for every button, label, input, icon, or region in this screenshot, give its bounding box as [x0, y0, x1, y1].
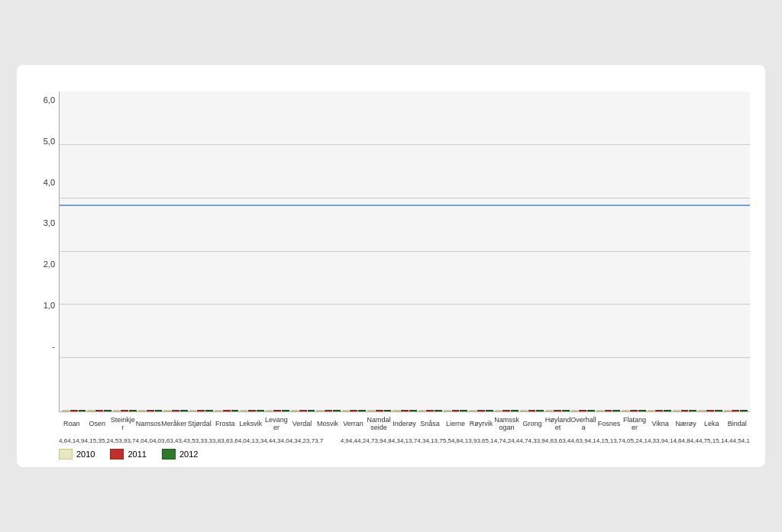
x-value: 4,6 [59, 437, 67, 444]
bar [740, 410, 748, 411]
bar-group [189, 410, 214, 411]
x-value: 5,2 [631, 437, 639, 444]
bar [367, 410, 375, 411]
x-value: 4,7 [494, 437, 502, 444]
bar [291, 410, 299, 411]
legend-color-box [162, 449, 176, 459]
x-value: 4,0 [238, 437, 247, 444]
x-value [332, 437, 341, 444]
y-axis-label: 6,0 [32, 95, 59, 105]
x-group-label: Steinkjer4,53,93,7 [110, 414, 136, 444]
x-value: 4,1 [400, 437, 409, 444]
x-group-values: 4,33,94,1 [648, 437, 674, 444]
x-value: 3,9 [374, 437, 383, 444]
bar [605, 410, 612, 411]
x-group-values: 4,15,13,7 [596, 437, 622, 444]
bar [401, 410, 409, 411]
bar [138, 410, 146, 411]
x-value: 3,3 [204, 437, 212, 444]
x-group-name: Leka [704, 414, 719, 435]
x-group-values: 3,83,63,6 [212, 437, 238, 444]
bar [673, 410, 680, 411]
x-group-name: Stjørdal [188, 414, 212, 435]
bar [342, 410, 350, 411]
bar [376, 410, 383, 411]
x-value: 5,3 [93, 437, 102, 444]
x-group-label: Verran4,94,44,2 [341, 414, 367, 444]
x-value: 4,7 [519, 437, 528, 444]
x-group-label: Lierne5,54,84,1 [443, 414, 469, 444]
x-value: 4,9 [76, 437, 84, 444]
bar-group [697, 410, 722, 411]
bar [562, 410, 570, 411]
bar [689, 410, 696, 411]
bar [706, 410, 714, 411]
bar-group [367, 410, 392, 411]
bar [664, 410, 671, 411]
x-group-label: Namsos4,04,04,0 [136, 414, 162, 444]
x-group-name: Inderøy [393, 414, 416, 435]
x-group-label: Leksvik4,04,13,3 [238, 414, 264, 444]
grid-line [60, 144, 750, 145]
x-group-label: Roan4,64,14,9 [59, 414, 85, 444]
x-value: 5,1 [605, 437, 613, 444]
x-group-values: 4,34,13,7 [392, 437, 418, 444]
bar [554, 410, 561, 411]
x-group-name: Steinkjer [110, 414, 136, 435]
bar-group [392, 410, 417, 411]
x-value: 4,5 [733, 437, 742, 444]
bar [316, 410, 324, 411]
x-value: 4,1 [67, 437, 76, 444]
x-group-label: Levanger4,44,34,0 [263, 414, 289, 444]
x-group-values: 3,7 [315, 437, 341, 444]
x-group-label: Osen4,15,35,2 [85, 414, 111, 444]
bar [333, 410, 341, 411]
x-value: 4,8 [451, 437, 460, 444]
x-group-values: 4,04,13,3 [238, 437, 264, 444]
reference-line [60, 205, 750, 206]
x-value: 3,9 [656, 437, 664, 444]
x-value: 4,4 [263, 437, 272, 444]
x-value: 4,7 [366, 437, 374, 444]
bar [121, 410, 128, 411]
legend-area: 201020112012 [32, 449, 750, 459]
bar [223, 410, 231, 411]
legend-color-box [59, 449, 73, 459]
x-value: 4,3 [648, 437, 656, 444]
x-group-label: Verdal4,34,23,7 [289, 414, 315, 444]
bar [95, 410, 103, 411]
x-group-values: 4,53,93,7 [110, 437, 136, 444]
x-value: 4,0 [136, 437, 144, 444]
bar [197, 410, 205, 411]
bar [299, 410, 307, 411]
bar [172, 410, 179, 411]
x-group-name: Namsos [136, 414, 161, 435]
x-value: 4,3 [272, 437, 280, 444]
bar [104, 410, 111, 411]
bar [409, 410, 417, 411]
bar-group [418, 410, 443, 411]
bar [444, 410, 451, 411]
bar [698, 410, 706, 411]
x-group-values: 3,93,65,1 [468, 437, 494, 444]
bar-group [443, 410, 468, 411]
x-group-label: Nærøy4,64,84,4 [673, 414, 699, 444]
y-axis: 6,05,04,03,02,01,0- [32, 92, 59, 412]
bar-group [672, 410, 697, 411]
x-group-name: Frosta [215, 414, 235, 435]
bars-area [59, 92, 750, 412]
bar-group [86, 410, 111, 411]
x-value: 4,0 [144, 437, 153, 444]
x-group-values: 4,44,34,0 [263, 437, 289, 444]
bar [528, 410, 536, 411]
x-value: 4,1 [247, 437, 255, 444]
bar [724, 410, 732, 411]
bar-group [544, 410, 570, 411]
x-group-label: Fosnes4,15,13,7 [596, 414, 622, 444]
y-axis-label: 5,0 [32, 137, 59, 146]
x-value: 3,6 [161, 437, 170, 444]
bars-wrapper [60, 92, 750, 411]
x-value: 3,9 [468, 437, 477, 444]
x-value: 3,7 [315, 437, 323, 444]
chart-main [59, 92, 750, 412]
